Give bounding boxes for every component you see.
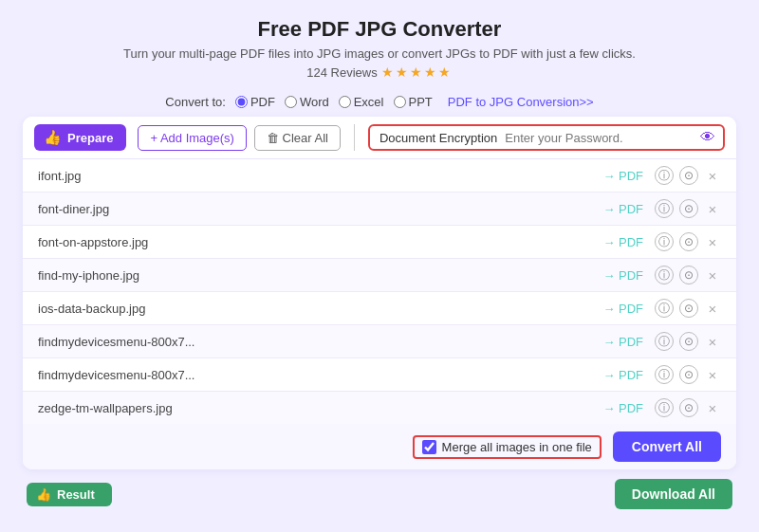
arrow-icon: → PDF xyxy=(602,235,643,249)
radio-ppt-label: PPT xyxy=(409,95,433,109)
radio-pdf[interactable]: PDF xyxy=(235,95,275,109)
file-name: zedge-tm-wallpapers.jpg xyxy=(38,401,591,415)
thumb-icon: 👍 xyxy=(44,129,62,146)
file-name: findmydevicesmenu-800x7... xyxy=(38,335,591,349)
settings-button[interactable]: ⊙ xyxy=(679,299,698,318)
clear-all-button[interactable]: 🗑 Clear All xyxy=(254,125,341,151)
remove-button[interactable]: × xyxy=(704,200,721,217)
radio-ppt[interactable]: PPT xyxy=(394,95,433,109)
merge-checkbox[interactable] xyxy=(422,440,436,454)
radio-excel-label: Excel xyxy=(354,95,384,109)
settings-button[interactable]: ⊙ xyxy=(679,199,698,218)
merge-label: Merge all images in one file xyxy=(442,440,592,454)
file-actions: ⓘ ⊙ × xyxy=(655,232,721,251)
table-row: zedge-tm-wallpapers.jpg → PDF ⓘ ⊙ × xyxy=(23,392,736,424)
arrow-icon: → PDF xyxy=(602,268,643,283)
result-badge: 👍 Result xyxy=(27,483,112,506)
file-name: findmydevicesmenu-800x7... xyxy=(38,368,591,382)
radio-pdf-label: PDF xyxy=(250,95,275,109)
remove-button[interactable]: × xyxy=(704,233,721,250)
settings-button[interactable]: ⊙ xyxy=(679,166,698,185)
arrow-icon: → PDF xyxy=(602,401,643,415)
prepare-label: Prepare xyxy=(67,131,113,145)
add-images-button[interactable]: + Add Image(s) xyxy=(138,125,247,151)
table-row: ifont.jpg → PDF ⓘ ⊙ × xyxy=(23,159,736,193)
info-button[interactable]: ⓘ xyxy=(655,299,674,318)
convert-all-button[interactable]: Convert All xyxy=(613,431,721,462)
table-row: find-my-iphone.jpg → PDF ⓘ ⊙ × xyxy=(23,259,736,292)
file-actions: ⓘ ⊙ × xyxy=(655,398,721,417)
reviews-bar: 124 Reviews ★★★★★ xyxy=(123,64,636,80)
result-section: 👍 Result Download All xyxy=(23,479,736,509)
info-button[interactable]: ⓘ xyxy=(655,266,674,284)
file-name: ifont.jpg xyxy=(38,169,591,183)
file-name: font-on-appstore.jpg xyxy=(38,235,591,249)
merge-check-area: Merge all images in one file xyxy=(413,435,602,459)
download-all-button[interactable]: Download All xyxy=(615,479,732,509)
file-name: ios-data-backup.jpg xyxy=(38,302,591,316)
toolbar: 👍 Prepare + Add Image(s) 🗑 Clear All Doc… xyxy=(23,117,736,159)
encryption-label: Document Encryption xyxy=(380,131,497,145)
settings-button[interactable]: ⊙ xyxy=(679,398,698,417)
table-row: findmydevicesmenu-800x7... → PDF ⓘ ⊙ × xyxy=(23,325,736,358)
radio-word-input[interactable] xyxy=(285,96,297,108)
table-row: font-on-appstore.jpg → PDF ⓘ ⊙ × xyxy=(23,226,736,259)
bottom-bar: Merge all images in one file Convert All xyxy=(23,424,736,469)
file-actions: ⓘ ⊙ × xyxy=(655,199,721,218)
file-actions: ⓘ ⊙ × xyxy=(655,365,721,384)
remove-button[interactable]: × xyxy=(704,366,721,383)
settings-button[interactable]: ⊙ xyxy=(679,365,698,384)
header: Free PDF JPG Converter Turn your multi-p… xyxy=(123,17,636,80)
main-panel: 👍 Prepare + Add Image(s) 🗑 Clear All Doc… xyxy=(23,117,736,469)
remove-button[interactable]: × xyxy=(704,300,721,317)
encryption-input[interactable] xyxy=(505,131,693,145)
stars: ★★★★★ xyxy=(381,64,453,80)
info-button[interactable]: ⓘ xyxy=(655,398,674,417)
info-button[interactable]: ⓘ xyxy=(655,365,674,384)
convert-to-label: Convert to: xyxy=(165,95,226,109)
remove-button[interactable]: × xyxy=(704,266,721,284)
info-button[interactable]: ⓘ xyxy=(655,232,674,251)
prepare-badge: 👍 Prepare xyxy=(34,124,126,151)
remove-button[interactable]: × xyxy=(704,333,721,350)
page: Free PDF JPG Converter Turn your multi-p… xyxy=(0,0,759,532)
settings-button[interactable]: ⊙ xyxy=(679,332,698,351)
radio-word[interactable]: Word xyxy=(285,95,329,109)
arrow-icon: → PDF xyxy=(602,335,643,349)
file-name: find-my-iphone.jpg xyxy=(38,268,591,283)
remove-button[interactable]: × xyxy=(704,399,721,416)
info-button[interactable]: ⓘ xyxy=(655,332,674,351)
info-button[interactable]: ⓘ xyxy=(655,166,674,185)
file-actions: ⓘ ⊙ × xyxy=(655,266,721,284)
settings-button[interactable]: ⊙ xyxy=(679,232,698,251)
radio-ppt-input[interactable] xyxy=(394,96,406,108)
file-actions: ⓘ ⊙ × xyxy=(655,166,721,185)
subtitle: Turn your multi-page PDF files into JPG … xyxy=(123,46,636,61)
eye-icon[interactable]: 👁 xyxy=(700,129,715,146)
table-row: findmydevicesmenu-800x7... → PDF ⓘ ⊙ × xyxy=(23,358,736,392)
settings-button[interactable]: ⊙ xyxy=(679,266,698,284)
info-button[interactable]: ⓘ xyxy=(655,199,674,218)
file-actions: ⓘ ⊙ × xyxy=(655,299,721,318)
radio-excel[interactable]: Excel xyxy=(339,95,384,109)
file-actions: ⓘ ⊙ × xyxy=(655,332,721,351)
arrow-icon: → PDF xyxy=(602,368,643,382)
table-row: font-diner.jpg → PDF ⓘ ⊙ × xyxy=(23,193,736,226)
table-row: ios-data-backup.jpg → PDF ⓘ ⊙ × xyxy=(23,292,736,325)
file-list: ifont.jpg → PDF ⓘ ⊙ × font-diner.jpg → P… xyxy=(23,159,736,424)
encryption-box: Document Encryption 👁 xyxy=(368,124,725,151)
file-name: font-diner.jpg xyxy=(38,202,591,216)
reviews-text: 124 Reviews xyxy=(306,65,377,80)
arrow-icon: → PDF xyxy=(602,202,643,216)
convert-to-bar: Convert to: PDF Word Excel PPT PDF to JP… xyxy=(165,95,593,109)
radio-excel-input[interactable] xyxy=(339,96,351,108)
page-title: Free PDF JPG Converter xyxy=(123,17,636,42)
arrow-icon: → PDF xyxy=(602,169,643,183)
toolbar-divider xyxy=(354,124,355,151)
radio-pdf-input[interactable] xyxy=(235,96,248,108)
remove-button[interactable]: × xyxy=(704,167,721,184)
result-thumb-icon: 👍 xyxy=(36,487,51,502)
pdf-to-jpg-link[interactable]: PDF to JPG Conversion>> xyxy=(448,95,594,109)
radio-word-label: Word xyxy=(300,95,329,109)
arrow-icon: → PDF xyxy=(602,302,643,316)
